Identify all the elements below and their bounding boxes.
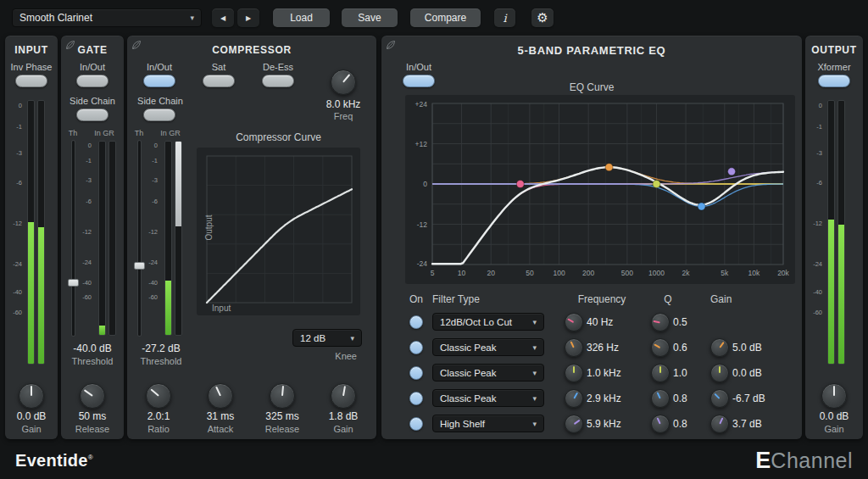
band3-filter-dropdown[interactable]: Classic Peak▾ [432, 364, 544, 382]
band5-q-knob[interactable] [651, 415, 670, 433]
band2-frequency-value: 326 Hz [587, 342, 619, 354]
gate-inout-label: In/Out [61, 62, 124, 72]
input-panel: INPUT Inv Phase 0-1-3-6-12-24-40-60 0.0 … [5, 36, 58, 439]
band5-filter-dropdown[interactable]: High Shelf▾ [432, 415, 544, 432]
eq-band-dot[interactable] [728, 168, 736, 175]
eq-inout-label: In/Out [393, 62, 444, 72]
band2-on-toggle[interactable] [409, 341, 423, 354]
preset-prev-button[interactable]: ◀ [212, 8, 234, 27]
comp-gr-meter [175, 141, 182, 336]
comp-threshold-value: -27.2 dB [127, 343, 195, 354]
knob-indicator [567, 318, 574, 323]
band5-frequency-knob[interactable] [565, 415, 583, 433]
knee-dropdown[interactable]: 12 dB ▾ [292, 329, 362, 347]
band5-q-value: 0.8 [673, 418, 687, 430]
inv-phase-toggle[interactable] [15, 75, 47, 87]
band2-filter-dropdown[interactable]: Classic Peak▾ [432, 338, 544, 356]
eq-header-on: On [409, 293, 423, 305]
save-button[interactable]: Save [342, 8, 398, 27]
comp-gain-knob[interactable] [331, 383, 356, 409]
compressor-panel: COMPRESSOR In/Out Sat De-Ess 8.0 kHz Fre… [127, 36, 376, 439]
band3-gain-knob[interactable] [710, 364, 729, 382]
knob-indicator [342, 74, 350, 82]
svg-text:200: 200 [582, 269, 594, 277]
comp-sat-toggle[interactable] [203, 75, 235, 87]
gate-release-label: Release [67, 424, 118, 434]
compare-button[interactable]: Compare [410, 8, 481, 27]
band5-gain-knob[interactable] [710, 415, 729, 433]
eq-curve-graph[interactable]: 510205010020050010002k5k10k20k+24+120-12… [405, 95, 795, 284]
band3-frequency-knob[interactable] [565, 364, 583, 382]
eq-band-row-2: Classic Peak▾ 326 Hz 0.6 5.0 dB [381, 335, 802, 360]
gate-threshold-slider[interactable] [72, 141, 75, 336]
settings-button[interactable]: ⚙ [531, 8, 554, 27]
comp-sidechain-toggle[interactable] [143, 109, 175, 121]
toolbar: Smooth Clarinet ▾ ◀ ▶ Load Save Compare … [0, 0, 868, 36]
knob-indicator [659, 366, 661, 373]
eq-band-dot[interactable] [698, 203, 705, 210]
band3-q-knob[interactable] [651, 364, 670, 382]
comp-deess-label: De-Ess [253, 62, 303, 72]
band4-gain-knob[interactable] [710, 389, 729, 408]
band3-on-toggle[interactable] [409, 366, 423, 380]
input-meter-scale: 0-1-3-6-12-24-40-60 [8, 100, 24, 365]
gate-sidechain-toggle[interactable] [76, 109, 108, 121]
preset-next-button[interactable]: ▶ [237, 8, 259, 27]
output-gain-knob[interactable] [821, 383, 847, 409]
eq-band-row-4: Classic Peak▾ 2.9 kHz 0.8 -6.7 dB [381, 386, 802, 411]
xformer-label: Xformer [805, 62, 863, 72]
comp-meter-scale: 0-1-3-6-12-24-40-60 [144, 141, 159, 336]
band4-on-toggle[interactable] [409, 392, 423, 405]
comp-th-label: Th [131, 129, 147, 137]
band5-frequency-value: 5.9 kHz [587, 418, 621, 430]
attack-knob[interactable] [208, 383, 233, 409]
eq-band-dot[interactable] [605, 164, 613, 171]
band2-q-knob[interactable] [651, 338, 670, 357]
info-button[interactable]: i [494, 8, 515, 27]
band1-filter-dropdown[interactable]: 12dB/Oct Lo Cut▾ [432, 313, 544, 331]
comp-ylabel: Output [204, 215, 214, 241]
output-gain-value: 0.0 dB [809, 410, 860, 422]
registered-mark: ® [88, 454, 93, 461]
gate-th-label: Th [64, 129, 81, 137]
eq-band-dot[interactable] [653, 181, 660, 188]
eq-band-dot[interactable] [516, 181, 524, 188]
band2-frequency-knob[interactable] [565, 338, 583, 357]
ratio-knob[interactable] [146, 383, 171, 409]
band4-frequency-knob[interactable] [565, 389, 583, 408]
gate-inout-toggle[interactable] [76, 75, 108, 87]
band2-gain-value: 5.0 dB [732, 342, 762, 354]
xformer-toggle[interactable] [818, 75, 850, 87]
band1-on-toggle[interactable] [409, 315, 423, 329]
svg-text:0: 0 [423, 180, 427, 188]
comp-inout-toggle[interactable] [143, 75, 175, 87]
comp-deess-toggle[interactable] [262, 75, 294, 87]
filter-type-value: Classic Peak [440, 368, 496, 378]
preset-dropdown[interactable]: Smooth Clarinet ▾ [12, 8, 202, 27]
svg-text:20k: 20k [777, 269, 789, 277]
preset-value: Smooth Clarinet [19, 12, 92, 24]
output-gain-label: Gain [809, 424, 860, 434]
load-button[interactable]: Load [273, 8, 330, 27]
gate-release-knob[interactable] [80, 383, 105, 409]
gate-meter-scale: 0-1-3-6-12-24-40-60 [78, 141, 93, 336]
knee-value: 12 dB [300, 333, 326, 343]
band2-gain-knob[interactable] [710, 338, 729, 357]
comp-release-knob[interactable] [270, 383, 295, 409]
band1-frequency-knob[interactable] [565, 313, 583, 331]
gate-sidechain-label: Side Chain [61, 96, 124, 106]
eq-band-row-1: 12dB/Oct Lo Cut▾ 40 Hz 0.5 [381, 309, 802, 335]
band5-on-toggle[interactable] [409, 417, 423, 431]
band1-q-knob[interactable] [651, 313, 670, 331]
compressor-title: COMPRESSOR [127, 44, 376, 56]
deess-freq-knob[interactable] [331, 70, 356, 95]
band4-filter-dropdown[interactable]: Classic Peak▾ [432, 389, 544, 407]
band4-q-knob[interactable] [651, 389, 670, 408]
gate-threshold-label: Threshold [61, 356, 124, 366]
gate-threshold-value: -40.0 dB [61, 343, 124, 354]
filter-type-value: High Shelf [440, 419, 485, 429]
knob-indicator [281, 386, 284, 396]
input-gain-knob[interactable] [19, 383, 44, 409]
comp-threshold-slider[interactable] [138, 141, 141, 336]
echannel-logo: EChannel [755, 448, 853, 474]
